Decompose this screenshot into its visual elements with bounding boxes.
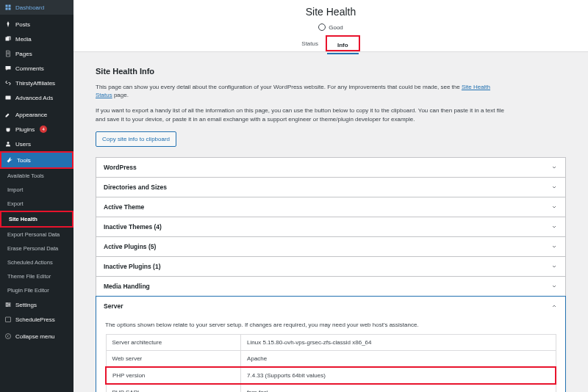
sidebar-sub-theme-file-editor[interactable]: Theme File Editor	[0, 269, 74, 283]
accordion-label: Active Theme	[104, 203, 144, 211]
sidebar-label: Advanced Ads	[15, 95, 53, 101]
accordion-body-server: The options shown below relate to your s…	[96, 316, 565, 392]
sidebar-item-pages[interactable]: Pages	[0, 46, 74, 61]
page-header: Site Health Good Status Info	[74, 0, 588, 52]
section-title: Site Health Info	[96, 67, 566, 76]
sidebar-label: Users	[15, 141, 31, 148]
sidebar-item-plugins[interactable]: Plugins4	[0, 122, 74, 137]
chevron-down-icon	[551, 184, 558, 191]
chevron-down-icon	[551, 223, 558, 231]
sidebar-item-settings[interactable]: Settings	[0, 297, 74, 312]
sidebar-item-appearance[interactable]: Appearance	[0, 107, 74, 122]
table-row: PHP SAPIfpm-fcgi	[106, 384, 556, 392]
sidebar-sub-export-personal[interactable]: Export Personal Data	[0, 228, 74, 242]
header-tabs: Status Info	[74, 35, 588, 51]
row-value: Apache	[241, 350, 556, 367]
server-description: The options shown below relate to your s…	[105, 322, 556, 328]
svg-point-9	[6, 334, 11, 339]
accordion-wordpress[interactable]: WordPress	[96, 157, 566, 178]
update-badge: 4	[40, 126, 47, 133]
sidebar-label: Plugins	[15, 126, 35, 133]
sidebar-item-schedulepress[interactable]: SchedulePress	[0, 312, 74, 327]
svg-rect-4	[6, 306, 11, 307]
sidebar-label: Appearance	[15, 112, 47, 118]
sidebar-label: Dashboard	[15, 4, 44, 11]
sidebar-label: Available Tools	[7, 173, 44, 179]
description-1: This page can show you every detail abou…	[96, 83, 507, 99]
sidebar-label: Pages	[15, 51, 32, 57]
accordion-active-plugins[interactable]: Active Plugins (5)	[96, 236, 566, 257]
accordion-label: WordPress	[104, 164, 137, 171]
sidebar-item-comments[interactable]: Comments	[0, 61, 74, 76]
row-value: 7.4.33 (Supports 64bit values)	[241, 367, 556, 384]
sidebar-sub-scheduled-actions[interactable]: Scheduled Actions	[0, 255, 74, 269]
accordion-media-handling[interactable]: Media Handling	[96, 276, 566, 297]
chevron-down-icon	[551, 164, 558, 171]
tab-status[interactable]: Status	[301, 40, 318, 47]
sidebar-label: Tools	[17, 157, 31, 164]
sidebar-label: ThirstyAffiliates	[15, 80, 55, 87]
row-value: Linux 5.15.80-ovh-vps-grsec-zfs-classid …	[241, 334, 556, 350]
svg-rect-0	[6, 96, 11, 100]
sidebar-label: Scheduled Actions	[7, 259, 53, 266]
sidebar-item-media[interactable]: Media	[0, 32, 74, 46]
svg-rect-8	[6, 317, 11, 322]
sidebar-item-tools[interactable]: Tools	[1, 153, 72, 167]
accordion-directories[interactable]: Directories and Sizes	[96, 177, 566, 197]
sidebar-label: Plugin File Editor	[7, 287, 49, 294]
sidebar-label: Collapse menu	[15, 333, 54, 340]
sidebar-item-thirstyaffiliates[interactable]: ThirstyAffiliates	[0, 76, 74, 90]
link-icon	[4, 79, 12, 87]
svg-rect-2	[6, 303, 11, 304]
chevron-down-icon	[551, 283, 558, 290]
tab-info[interactable]: Info	[327, 37, 359, 54]
comment-icon	[4, 65, 12, 72]
row-key: Web server	[106, 350, 241, 367]
sidebar-collapse[interactable]: Collapse menu	[0, 329, 74, 344]
calendar-icon	[4, 316, 12, 323]
sidebar-item-posts[interactable]: Posts	[0, 17, 74, 32]
accordion-inactive-plugins[interactable]: Inactive Plugins (1)	[96, 256, 566, 277]
svg-point-6	[9, 304, 10, 305]
svg-rect-3	[6, 305, 11, 305]
content-body: Site Health Info This page can show you …	[74, 52, 588, 392]
accordion-active-theme[interactable]: Active Theme	[96, 197, 566, 217]
sidebar-sub-export[interactable]: Export	[0, 197, 74, 211]
dashboard-icon	[4, 4, 12, 11]
sidebar-label: Posts	[15, 21, 30, 28]
sidebar-item-advanced-ads[interactable]: Advanced Ads	[0, 90, 74, 105]
page-title: Site Health	[74, 6, 588, 18]
copy-site-info-button[interactable]: Copy site info to clipboard	[96, 131, 176, 147]
sidebar-label: Import	[7, 186, 23, 193]
user-icon	[4, 140, 12, 148]
page-icon	[4, 50, 12, 57]
collapse-icon	[4, 333, 12, 340]
svg-point-5	[7, 302, 8, 304]
sidebar-item-users[interactable]: Users	[0, 137, 74, 151]
sidebar-label: Erase Personal Data	[7, 245, 58, 252]
sidebar-sub-import[interactable]: Import	[0, 183, 74, 197]
description-2: If you want to export a handy list of al…	[96, 106, 507, 123]
pin-icon	[4, 21, 12, 28]
sidebar-item-dashboard[interactable]: Dashboard	[0, 0, 74, 15]
sidebar-label: Site Health	[9, 216, 37, 222]
sidebar-sub-plugin-file-editor[interactable]: Plugin File Editor	[0, 283, 74, 297]
sidebar-sub-site-health[interactable]: Site Health	[1, 212, 72, 226]
sidebar-sub-available-tools[interactable]: Available Tools	[0, 169, 74, 183]
chevron-up-icon	[551, 302, 558, 310]
sidebar-label: SchedulePress	[15, 316, 55, 323]
accordion-label: Server	[104, 302, 123, 310]
svg-point-7	[7, 305, 8, 307]
sidebar-label: Theme File Editor	[7, 273, 51, 280]
svg-point-1	[7, 142, 10, 144]
accordion-inactive-themes[interactable]: Inactive Themes (4)	[96, 217, 566, 237]
sidebar-sub-erase-personal[interactable]: Erase Personal Data	[0, 242, 74, 255]
sidebar-label: Export	[7, 200, 24, 207]
accordion-server[interactable]: Server The options shown below relate to…	[96, 296, 566, 392]
health-status-indicator: Good	[74, 23, 588, 31]
table-row: Web serverApache	[106, 350, 556, 367]
sidebar-label: Export Personal Data	[7, 231, 60, 238]
settings-icon	[4, 301, 12, 308]
accordion-label: Inactive Themes (4)	[104, 223, 162, 231]
row-key: PHP SAPI	[106, 384, 241, 392]
